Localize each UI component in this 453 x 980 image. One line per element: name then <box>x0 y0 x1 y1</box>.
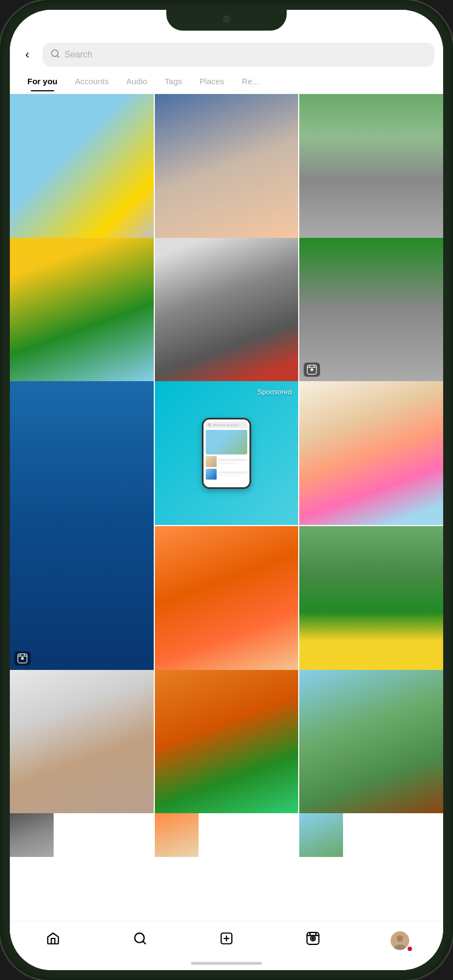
tab-reels[interactable]: Re... <box>233 73 268 91</box>
grid-cell-2[interactable] <box>155 94 299 238</box>
grid-row-6 <box>10 813 443 857</box>
grid-cell-5[interactable] <box>155 238 299 382</box>
wifi-icon: wifi <box>405 24 417 34</box>
grid-cell-hands[interactable] <box>155 526 299 670</box>
sponsored-content: Where we are going? <box>155 381 299 525</box>
search-icon <box>50 49 60 61</box>
nav-reels[interactable] <box>297 927 329 954</box>
signal-icon: ●●● <box>386 24 402 34</box>
reel-badge-6 <box>304 363 320 377</box>
home-indicator <box>191 962 262 965</box>
sponsored-label: Sponsored <box>257 388 292 396</box>
notch <box>166 10 287 31</box>
grid-row-5 <box>10 670 443 814</box>
grid-cell-partial3[interactable] <box>299 813 343 857</box>
svg-line-13 <box>210 425 211 426</box>
back-arrow-icon: ‹ <box>25 48 29 62</box>
reels-nav-icon <box>306 931 320 949</box>
grid-cell-6[interactable] <box>299 238 443 382</box>
grid-row-3-special: Where we are going? <box>10 381 443 669</box>
tab-accounts[interactable]: Accounts <box>66 73 118 91</box>
tab-tags[interactable]: Tags <box>156 73 191 91</box>
svg-point-3 <box>311 369 313 371</box>
phone-inner: 9:41 ●●● wifi ▌ ‹ Search Fo <box>10 10 443 970</box>
tab-for-you[interactable]: For you <box>19 73 66 91</box>
tab-audio[interactable]: Audio <box>118 73 156 91</box>
svg-point-8 <box>21 657 24 660</box>
svg-line-1 <box>57 55 59 57</box>
search-header: ‹ Search <box>10 37 443 69</box>
grid-cell-1[interactable] <box>10 94 154 238</box>
grid-cell-whitedog[interactable] <box>10 670 154 814</box>
nav-search[interactable] <box>124 927 156 954</box>
grid-container: Where we are going? <box>10 94 443 921</box>
nav-home[interactable] <box>37 927 69 954</box>
grid-cell-icecream[interactable] <box>299 381 443 525</box>
filter-tabs: For you Accounts Audio Tags Places Re... <box>10 69 443 94</box>
grid-row-2 <box>10 238 443 382</box>
phone-mockup: Where we are going? <box>202 418 251 489</box>
battery-icon: ▌ <box>421 24 427 34</box>
nav-create[interactable] <box>210 927 243 954</box>
grid-cell-ocean-tall[interactable] <box>10 381 154 669</box>
grid-cell-3[interactable] <box>299 94 443 238</box>
home-icon <box>46 931 60 949</box>
nav-profile[interactable] <box>384 927 416 954</box>
svg-point-26 <box>397 935 403 942</box>
grid-cell-partial2[interactable] <box>155 813 199 857</box>
grid-cell-trees[interactable] <box>299 670 443 814</box>
svg-point-21 <box>312 937 314 939</box>
profile-avatar <box>391 931 409 950</box>
grid-cell-sponsored[interactable]: Where we are going? <box>155 381 299 525</box>
svg-line-15 <box>143 941 146 944</box>
grid-cell-partial1[interactable] <box>10 813 54 857</box>
search-nav-icon <box>133 931 147 949</box>
phone-frame: 9:41 ●●● wifi ▌ ‹ Search Fo <box>0 0 453 980</box>
reel-badge-ocean <box>14 651 31 666</box>
search-bar[interactable]: Search <box>43 43 434 67</box>
camera <box>223 15 230 23</box>
grid-cell-sunflowers[interactable] <box>299 526 443 670</box>
create-icon <box>219 931 234 949</box>
back-button[interactable]: ‹ <box>19 46 36 63</box>
profile-notification-dot <box>408 947 412 951</box>
grid-cell-basketball[interactable] <box>155 670 299 814</box>
search-placeholder: Search <box>65 50 92 60</box>
grid-cell-4[interactable] <box>10 238 154 382</box>
svg-point-12 <box>208 423 211 425</box>
tab-places[interactable]: Places <box>191 73 233 91</box>
grid-row-1 <box>10 94 443 238</box>
